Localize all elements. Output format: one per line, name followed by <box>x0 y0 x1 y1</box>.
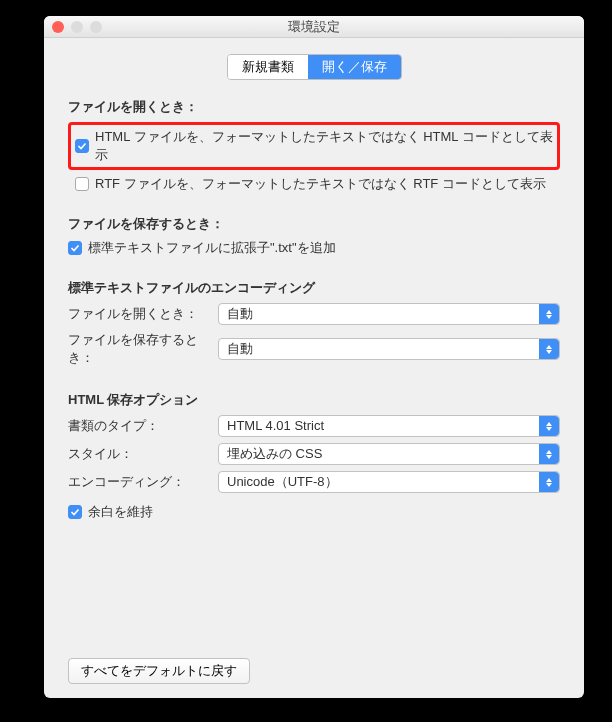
label-enc-open: ファイルを開くとき： <box>68 305 218 323</box>
row-rtf-as-code: RTF ファイルを、フォーマットしたテキストではなく RTF コードとして表示 <box>68 172 560 193</box>
checkbox-html-as-code[interactable] <box>75 139 89 153</box>
checkbox-preserve-ws[interactable] <box>68 505 82 519</box>
section-save: ファイルを保存するとき： <box>68 215 560 233</box>
chevron-updown-icon <box>539 444 559 464</box>
label-html-encoding: エンコーディング： <box>68 473 218 491</box>
label-rtf-as-code: RTF ファイルを、フォーマットしたテキストではなく RTF コードとして表示 <box>95 175 546 193</box>
preferences-window: 環境設定 新規書類 開く／保存 ファイルを開くとき： HTML ファイルを、フォ… <box>44 16 584 698</box>
select-enc-save-value: 自動 <box>227 341 253 356</box>
label-style: スタイル： <box>68 445 218 463</box>
close-icon[interactable] <box>52 21 64 33</box>
row-enc-open: ファイルを開くとき： 自動 <box>68 303 560 325</box>
tab-open-save[interactable]: 開く／保存 <box>308 55 401 79</box>
select-doctype[interactable]: HTML 4.01 Strict <box>218 415 560 437</box>
tab-new-document[interactable]: 新規書類 <box>228 55 308 79</box>
label-enc-save: ファイルを保存するとき： <box>68 331 218 367</box>
row-html-as-code: HTML ファイルを、フォーマットしたテキストではなく HTML コードとして表… <box>68 122 560 170</box>
titlebar: 環境設定 <box>44 16 584 38</box>
row-doctype: 書類のタイプ： HTML 4.01 Strict <box>68 415 560 437</box>
select-enc-open-value: 自動 <box>227 306 253 321</box>
chevron-updown-icon <box>539 472 559 492</box>
checkbox-add-txt[interactable] <box>68 241 82 255</box>
tab-segment: 新規書類 開く／保存 <box>227 54 402 80</box>
window-title: 環境設定 <box>288 19 340 34</box>
select-html-encoding-value: Unicode（UTF-8） <box>227 474 338 489</box>
section-html: HTML 保存オプション <box>68 391 560 409</box>
checkbox-rtf-as-code[interactable] <box>75 177 89 191</box>
row-add-txt: 標準テキストファイルに拡張子".txt"を追加 <box>68 239 560 257</box>
traffic-lights <box>52 21 102 33</box>
zoom-icon[interactable] <box>90 21 102 33</box>
row-html-encoding: エンコーディング： Unicode（UTF-8） <box>68 471 560 493</box>
label-preserve-ws: 余白を維持 <box>88 503 153 521</box>
minimize-icon[interactable] <box>71 21 83 33</box>
row-preserve-ws: 余白を維持 <box>68 503 560 521</box>
reset-defaults-button[interactable]: すべてをデフォルトに戻す <box>68 658 250 684</box>
chevron-updown-icon <box>539 304 559 324</box>
select-enc-open[interactable]: 自動 <box>218 303 560 325</box>
section-encoding: 標準テキストファイルのエンコーディング <box>68 279 560 297</box>
row-style: スタイル： 埋め込みの CSS <box>68 443 560 465</box>
label-add-txt: 標準テキストファイルに拡張子".txt"を追加 <box>88 239 336 257</box>
window-body: 新規書類 開く／保存 ファイルを開くとき： HTML ファイルを、フォーマットし… <box>44 38 584 698</box>
chevron-updown-icon <box>539 339 559 359</box>
label-html-as-code: HTML ファイルを、フォーマットしたテキストではなく HTML コードとして表… <box>95 128 553 164</box>
chevron-updown-icon <box>539 416 559 436</box>
select-doctype-value: HTML 4.01 Strict <box>227 418 324 433</box>
section-open: ファイルを開くとき： <box>68 98 560 116</box>
select-enc-save[interactable]: 自動 <box>218 338 560 360</box>
tab-bar: 新規書類 開く／保存 <box>68 54 560 80</box>
label-doctype: 書類のタイプ： <box>68 417 218 435</box>
select-style[interactable]: 埋め込みの CSS <box>218 443 560 465</box>
select-style-value: 埋め込みの CSS <box>227 446 322 461</box>
row-enc-save: ファイルを保存するとき： 自動 <box>68 331 560 367</box>
select-html-encoding[interactable]: Unicode（UTF-8） <box>218 471 560 493</box>
